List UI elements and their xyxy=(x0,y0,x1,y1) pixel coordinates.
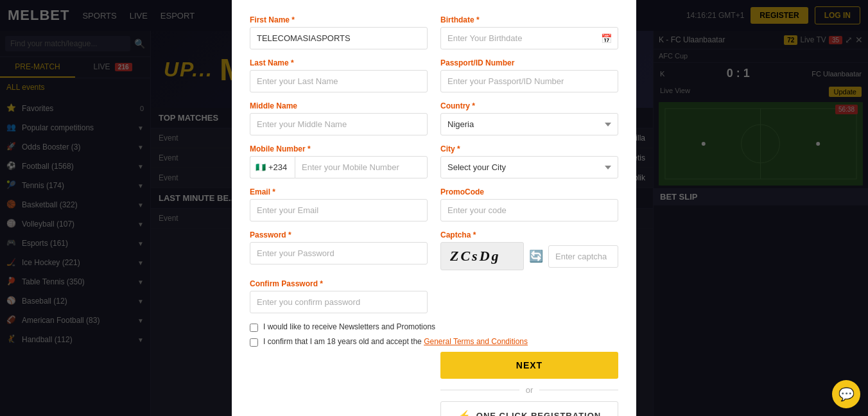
country-select[interactable]: Nigeria Ghana Kenya South Africa xyxy=(440,113,618,135)
email-input[interactable] xyxy=(250,199,428,221)
passport-input[interactable] xyxy=(440,70,618,92)
terms-checkbox[interactable] xyxy=(250,338,258,347)
email-field: Email * xyxy=(250,187,428,221)
first-name-input[interactable] xyxy=(250,27,428,49)
terms-label: I confirm that I am 18 years old and acc… xyxy=(263,337,528,346)
country-label: Country * xyxy=(440,101,618,110)
form-row-2: Last Name * Passport/ID Number xyxy=(250,58,618,92)
birthdate-field: Birthdate * 📅 xyxy=(440,15,618,49)
one-click-label: ONE CLICK REGISTRATION xyxy=(476,411,601,416)
phone-flag[interactable]: 🇳🇬 +234 xyxy=(250,156,295,178)
bolt-icon: ⚡ xyxy=(458,410,471,416)
form-row-7: Confirm Password * xyxy=(250,279,618,313)
newsletter-label: I would like to receive Newsletters and … xyxy=(263,322,435,331)
or-text: or xyxy=(526,385,534,395)
birthdate-label: Birthdate * xyxy=(440,15,618,24)
captcha-image: ZCsDg xyxy=(440,242,524,270)
registration-modal: First Name * Birthdate * 📅 Last Name * P… xyxy=(232,0,636,416)
country-field: Country * Nigeria Ghana Kenya South Afri… xyxy=(440,101,618,135)
terms-label-part1: I confirm that I am 18 years old and acc… xyxy=(263,337,424,346)
mobile-field: Mobile Number * 🇳🇬 +234 xyxy=(250,144,428,178)
password-field: Password * xyxy=(250,230,428,270)
passport-field: Passport/ID Number xyxy=(440,58,618,92)
bottom-actions: NEXT or ⚡ ONE CLICK REGISTRATION xyxy=(250,352,618,416)
middle-name-field: Middle Name xyxy=(250,101,428,135)
left-spacer xyxy=(250,352,428,416)
promo-field: PromoCode xyxy=(440,187,618,221)
newsletter-checkbox[interactable] xyxy=(250,324,258,332)
chat-icon: 💬 xyxy=(838,386,855,402)
right-buttons: NEXT or ⚡ ONE CLICK REGISTRATION xyxy=(440,352,618,416)
captcha-label: Captcha * xyxy=(440,230,618,239)
newsletter-checkbox-row: I would like to receive Newsletters and … xyxy=(250,322,618,332)
phone-code: +234 xyxy=(268,162,287,172)
registration-overlay: First Name * Birthdate * 📅 Last Name * P… xyxy=(0,0,868,416)
promo-label: PromoCode xyxy=(440,187,618,196)
last-name-label: Last Name * xyxy=(250,58,428,67)
spacer-field xyxy=(440,279,618,313)
phone-row: 🇳🇬 +234 xyxy=(250,156,428,178)
city-label: City * xyxy=(440,144,618,153)
or-divider: or xyxy=(440,385,618,395)
form-row-6: Password * Captcha * ZCsDg 🔄 xyxy=(250,230,618,270)
next-button[interactable]: NEXT xyxy=(440,352,618,379)
first-name-field: First Name * xyxy=(250,15,428,49)
confirm-password-label: Confirm Password * xyxy=(250,279,428,288)
flag-icon: 🇳🇬 xyxy=(256,162,266,172)
captcha-input[interactable] xyxy=(548,245,618,268)
confirm-password-input[interactable] xyxy=(250,291,428,313)
form-row-3: Middle Name Country * Nigeria Ghana Keny… xyxy=(250,101,618,135)
passport-label: Passport/ID Number xyxy=(440,58,618,67)
email-label: Email * xyxy=(250,187,428,196)
terms-checkbox-row: I confirm that I am 18 years old and acc… xyxy=(250,337,618,347)
first-name-label: First Name * xyxy=(250,15,428,24)
calendar-icon: 📅 xyxy=(601,33,612,44)
mobile-input[interactable] xyxy=(295,156,428,178)
password-label: Password * xyxy=(250,230,428,239)
birthdate-input[interactable] xyxy=(440,27,618,49)
last-name-input[interactable] xyxy=(250,70,428,92)
one-click-registration-button[interactable]: ⚡ ONE CLICK REGISTRATION xyxy=(440,401,618,416)
form-row-1: First Name * Birthdate * 📅 xyxy=(250,15,618,49)
captcha-row: ZCsDg 🔄 xyxy=(440,242,618,270)
middle-name-input[interactable] xyxy=(250,113,428,135)
mobile-label: Mobile Number * xyxy=(250,144,428,153)
city-field: City * Select your City Lagos Abuja Kano xyxy=(440,144,618,178)
last-name-field: Last Name * xyxy=(250,58,428,92)
password-input[interactable] xyxy=(250,242,428,264)
middle-name-label: Middle Name xyxy=(250,101,428,110)
captcha-refresh-button[interactable]: 🔄 xyxy=(529,249,543,263)
form-row-4: Mobile Number * 🇳🇬 +234 City * Select yo… xyxy=(250,144,618,178)
form-row-5: Email * PromoCode xyxy=(250,187,618,221)
terms-link[interactable]: General Terms and Conditions xyxy=(424,337,528,346)
chat-button[interactable]: 💬 xyxy=(832,380,860,408)
captcha-field: Captcha * ZCsDg 🔄 xyxy=(440,230,618,270)
confirm-password-field: Confirm Password * xyxy=(250,279,428,313)
city-select[interactable]: Select your City Lagos Abuja Kano xyxy=(440,156,618,178)
promo-input[interactable] xyxy=(440,199,618,221)
